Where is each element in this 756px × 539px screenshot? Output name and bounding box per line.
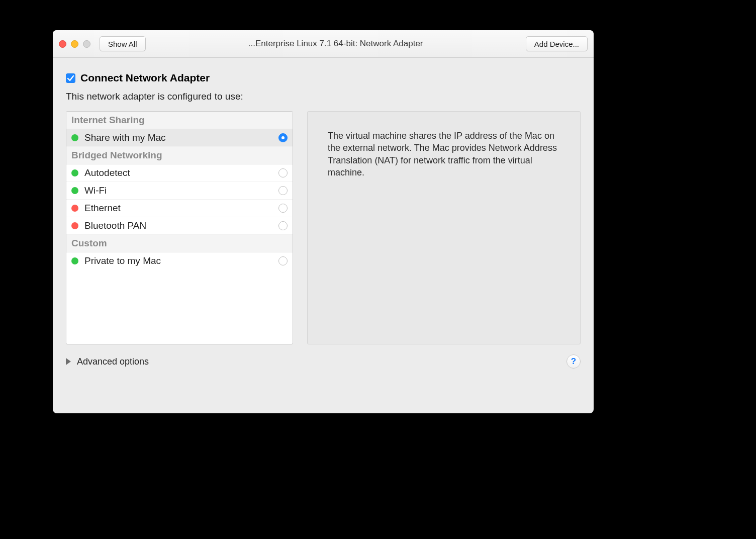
network-option-radio[interactable] [278, 168, 288, 177]
list-section-header: Custom [66, 235, 293, 252]
network-option-label: Private to my Mac [84, 255, 272, 266]
network-option-label: Wi-Fi [84, 185, 272, 196]
connect-row: Connect Network Adapter [66, 72, 581, 84]
network-option-row[interactable]: Ethernet [66, 200, 293, 217]
network-option-row[interactable]: Autodetect [66, 164, 293, 182]
status-dot-icon [71, 187, 78, 194]
network-option-label: Ethernet [84, 203, 272, 214]
description-text: The virtual machine shares the IP addres… [328, 131, 557, 177]
status-dot-icon [71, 222, 78, 229]
advanced-options-label: Advanced options [77, 356, 149, 367]
network-option-row[interactable]: Share with my Mac [66, 129, 293, 147]
checkmark-icon [67, 74, 74, 82]
network-option-radio[interactable] [278, 221, 288, 230]
content-area: Connect Network Adapter This network ada… [53, 58, 594, 378]
description-panel: The virtual machine shares the IP addres… [307, 111, 581, 344]
connect-checkbox[interactable] [66, 73, 75, 83]
status-dot-icon [71, 134, 78, 141]
minimize-icon[interactable] [71, 40, 78, 48]
network-option-radio[interactable] [278, 133, 288, 142]
network-option-radio[interactable] [278, 204, 288, 213]
status-dot-icon [71, 257, 78, 264]
advanced-options-toggle[interactable]: Advanced options [66, 356, 149, 367]
window-title: ...Enterprise Linux 7.1 64-bit: Network … [150, 39, 522, 49]
window-controls [59, 40, 90, 48]
titlebar: Show All ...Enterprise Linux 7.1 64-bit:… [53, 30, 594, 58]
help-button[interactable]: ? [566, 354, 581, 369]
network-option-radio[interactable] [278, 256, 288, 265]
settings-window: Show All ...Enterprise Linux 7.1 64-bit:… [53, 30, 594, 413]
network-option-radio[interactable] [278, 186, 288, 195]
list-section-header: Internet Sharing [66, 112, 293, 129]
footer: Advanced options ? [66, 354, 581, 369]
network-mode-list: Internet SharingShare with my MacBridged… [66, 111, 293, 344]
subheading: This network adapter is configured to us… [66, 91, 581, 102]
network-option-row[interactable]: Bluetooth PAN [66, 217, 293, 235]
network-option-row[interactable]: Private to my Mac [66, 252, 293, 270]
status-dot-icon [71, 169, 78, 176]
zoom-icon [83, 40, 90, 48]
status-dot-icon [71, 205, 78, 212]
network-option-label: Share with my Mac [84, 132, 272, 143]
columns: Internet SharingShare with my MacBridged… [66, 111, 581, 344]
network-option-row[interactable]: Wi-Fi [66, 182, 293, 200]
help-label: ? [571, 356, 576, 367]
list-section-header: Bridged Networking [66, 147, 293, 164]
connect-label: Connect Network Adapter [80, 72, 210, 84]
network-option-label: Autodetect [84, 167, 272, 178]
show-all-label: Show All [108, 40, 137, 48]
add-device-button[interactable]: Add Device... [526, 36, 588, 51]
network-option-label: Bluetooth PAN [84, 220, 272, 231]
add-device-label: Add Device... [534, 40, 579, 48]
disclosure-triangle-icon [66, 358, 71, 365]
close-icon[interactable] [59, 40, 66, 48]
show-all-button[interactable]: Show All [100, 36, 146, 51]
